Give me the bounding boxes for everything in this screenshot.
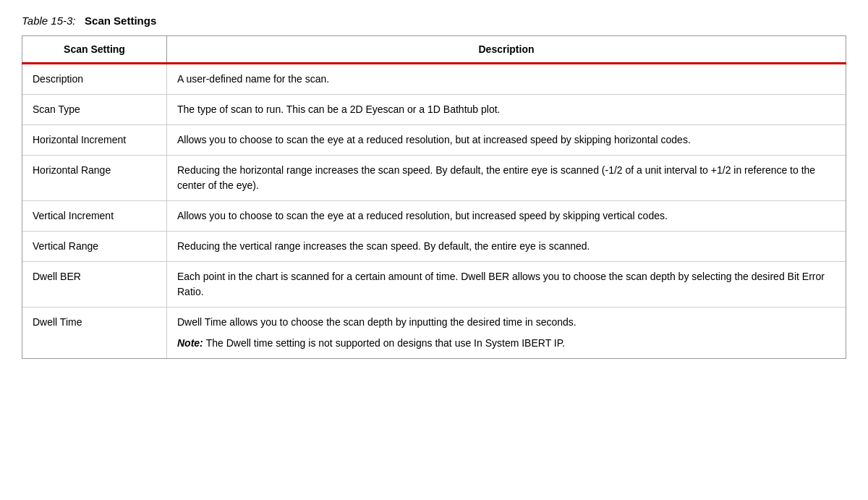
table-row: DescriptionA user-defined name for the s… [22, 64, 846, 95]
table-name: Scan Settings [85, 14, 156, 27]
note-text: Note: The Dwell time setting is not supp… [177, 336, 835, 351]
table-title: Table 15-3: Scan Settings [22, 14, 846, 27]
col-header-setting: Scan Setting [22, 36, 167, 64]
description-cell: Dwell Time allows you to choose the scan… [167, 308, 846, 359]
setting-cell: Vertical Increment [22, 201, 167, 232]
description-cell: Reducing the vertical range increases th… [167, 232, 846, 262]
table-reference: Table 15-3: [22, 14, 76, 27]
table-header-row: Scan Setting Description [22, 36, 846, 64]
setting-cell: Dwell Time [22, 308, 167, 359]
setting-cell: Description [22, 64, 167, 95]
setting-cell: Scan Type [22, 95, 167, 125]
description-cell: Each point in the chart is scanned for a… [167, 262, 846, 308]
setting-cell: Dwell BER [22, 262, 167, 308]
col-header-description: Description [167, 36, 846, 64]
table-row: Vertical RangeReducing the vertical rang… [22, 232, 846, 262]
setting-cell: Horizontal Increment [22, 125, 167, 156]
note-label: Note: [177, 337, 206, 349]
table-row: Vertical IncrementAllows you to choose t… [22, 201, 846, 232]
description-cell: The type of scan to run. This can be a 2… [167, 95, 846, 125]
description-cell: Allows you to choose to scan the eye at … [167, 125, 846, 156]
setting-cell: Vertical Range [22, 232, 167, 262]
setting-cell: Horizontal Range [22, 156, 167, 201]
description-cell: A user-defined name for the scan. [167, 64, 846, 95]
table-row: Dwell BEREach point in the chart is scan… [22, 262, 846, 308]
table-row: Scan TypeThe type of scan to run. This c… [22, 95, 846, 125]
scan-settings-table: Scan Setting Description DescriptionA us… [22, 35, 846, 359]
table-row: Dwell TimeDwell Time allows you to choos… [22, 308, 846, 359]
table-row: Horizontal RangeReducing the horizontal … [22, 156, 846, 201]
description-cell: Allows you to choose to scan the eye at … [167, 201, 846, 232]
table-row: Horizontal IncrementAllows you to choose… [22, 125, 846, 156]
description-cell: Reducing the horizontal range increases … [167, 156, 846, 201]
